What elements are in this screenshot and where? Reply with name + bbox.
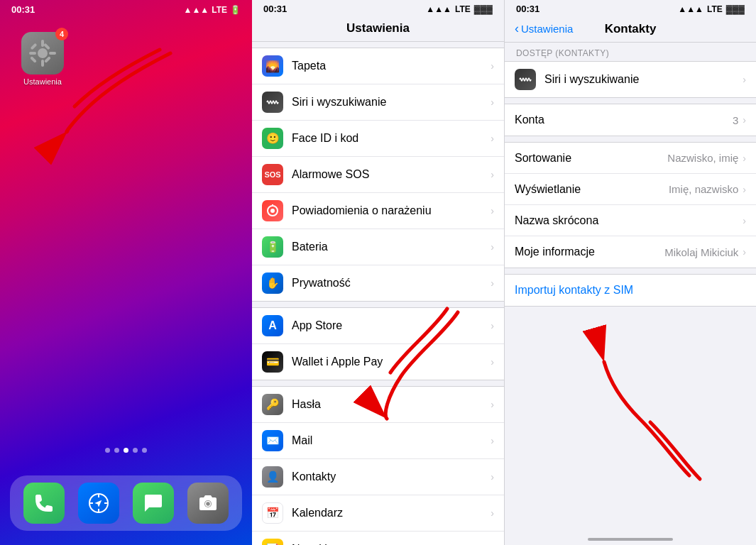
calendar-label: Kalendarz	[292, 507, 491, 519]
passwords-icon: 🔑	[262, 394, 283, 415]
settings-badge: 4	[55, 28, 68, 40]
svg-rect-3	[29, 52, 36, 55]
tapeta-chevron: ›	[491, 60, 494, 72]
passwords-chevron: ›	[491, 399, 494, 410]
settings-row-privacy[interactable]: ✋ Prywatność ›	[252, 265, 504, 301]
svg-rect-5	[31, 43, 38, 50]
notes-icon: 📝	[262, 539, 283, 545]
home-indicator	[588, 538, 673, 541]
settings-row-siri[interactable]: Siri i wyszukiwanie ›	[252, 84, 504, 121]
appstore-label: App Store	[292, 319, 491, 332]
contacts-label: Kontakty	[292, 470, 491, 483]
settings-app-icon[interactable]: 4 Ustawienia	[21, 32, 64, 86]
camera-dock-icon[interactable]	[187, 483, 229, 524]
settings-row-battery[interactable]: 🔋 Bateria ›	[252, 229, 504, 265]
siri-wave-icon	[265, 95, 280, 109]
siri-icon	[262, 92, 283, 113]
battery-label: Bateria	[292, 241, 491, 253]
mail-icon: ✉️	[262, 430, 283, 451]
back-chevron-icon: ‹	[515, 21, 519, 36]
back-label: Ustawienia	[521, 23, 573, 35]
settings-row-tapeta[interactable]: 🌄 Tapeta ›	[252, 48, 504, 84]
settings-gear-svg	[29, 40, 56, 67]
settings-lte: LTE	[455, 4, 471, 14]
safari-dock-icon[interactable]	[78, 483, 119, 524]
back-button[interactable]: ‹ Ustawienia	[515, 21, 573, 36]
faceid-label: Face ID i kod	[292, 132, 491, 145]
settings-row-contacts[interactable]: 👤 Kontakty ›	[252, 459, 504, 495]
privacy-label: Prywatność	[292, 277, 491, 290]
wallet-chevron: ›	[491, 356, 494, 368]
tapeta-label: Tapeta	[292, 60, 491, 72]
wyswietlanie-value: Imię, nazwisko	[669, 183, 738, 195]
faceid-chevron: ›	[491, 133, 494, 144]
settings-nav-header: Ustawienia	[252, 17, 504, 42]
contacts-konta-row[interactable]: Konta 3 ›	[505, 104, 756, 136]
contacts-lte: LTE	[707, 4, 723, 14]
safari-icon	[87, 492, 110, 514]
contacts-panel: 00:31 ▲▲▲ LTE ▓▓▓ ‹ Ustawienia Kontakty …	[504, 0, 756, 545]
settings-row-notes[interactable]: 📝 Notatki ›	[252, 532, 504, 545]
home-status-icons: ▲▲▲ LTE 🔋	[184, 5, 241, 15]
settings-title: Ustawienia	[346, 21, 410, 35]
settings-row-calendar[interactable]: 📅 Kalendarz ›	[252, 495, 504, 532]
battery-icon: 🔋	[262, 236, 283, 258]
page-dots	[0, 448, 252, 453]
contacts-title: Kontakty	[605, 22, 657, 36]
settings-row-sos[interactable]: SOS Alarmowe SOS ›	[252, 157, 504, 193]
contacts-wyswietlanie-row[interactable]: Wyświetlanie Imię, nazwisko ›	[505, 174, 756, 205]
contacts-import-row[interactable]: Importuj kontakty z SIM	[505, 275, 756, 306]
settings-group-3: 🔑 Hasła › ✉️ Mail › 👤 Kontakty › 📅 Kalen…	[252, 386, 504, 545]
moje-info-label: Moje informacje	[515, 246, 664, 258]
contacts-siri-row[interactable]: Siri i wyszukiwanie ›	[505, 62, 756, 97]
wyswietlanie-chevron: ›	[743, 184, 746, 195]
messages-dock-icon[interactable]	[133, 483, 174, 524]
settings-row-faceid[interactable]: 🙂 Face ID i kod ›	[252, 121, 504, 157]
home-time: 00:31	[11, 4, 35, 15]
settings-row-appstore[interactable]: A App Store ›	[252, 308, 504, 344]
battery-chevron: ›	[491, 241, 494, 253]
contacts-icon: 👤	[262, 466, 283, 488]
exposure-svg	[265, 204, 280, 218]
svg-marker-15	[94, 498, 104, 507]
svg-rect-2	[41, 60, 44, 67]
contacts-sortowanie-row[interactable]: Sortowanie Nazwisko, imię ›	[505, 143, 756, 174]
signal-icon: ▲▲▲	[184, 5, 209, 15]
sos-chevron: ›	[491, 169, 494, 180]
contacts-siri-icon	[515, 69, 536, 90]
wallet-label: Wallet i Apple Pay	[292, 356, 491, 368]
sortowanie-label: Sortowanie	[515, 152, 667, 165]
konta-value: 3	[733, 114, 738, 126]
dostep-section-header: DOSTĘP (KONTAKTY)	[505, 43, 756, 61]
home-screen: 00:31 ▲▲▲ LTE 🔋	[0, 0, 252, 545]
siri-label: Siri i wyszukiwanie	[292, 96, 491, 109]
privacy-icon: ✋	[262, 272, 283, 294]
settings-status-icons: ▲▲▲ LTE ▓▓▓	[426, 4, 493, 14]
contacts-time: 00:31	[516, 4, 539, 14]
sortowanie-chevron: ›	[743, 153, 746, 164]
settings-row-mail[interactable]: ✉️ Mail ›	[252, 423, 504, 459]
phone-dock-icon[interactable]	[23, 483, 65, 524]
settings-row-exposure[interactable]: Powiadomienia o narażeniu ›	[252, 193, 504, 229]
skrocona-label: Nazwa skrócona	[515, 214, 743, 227]
settings-row-wallet[interactable]: 💳 Wallet i Apple Pay ›	[252, 344, 504, 380]
settings-signal: ▲▲▲	[426, 4, 451, 14]
svg-point-19	[270, 209, 275, 213]
settings-icon: 4	[21, 32, 64, 75]
contacts-moje-info-row[interactable]: Moje informacje Mikolaj Mikiciuk ›	[505, 236, 756, 268]
camera-icon	[197, 492, 219, 514]
settings-row-passwords[interactable]: 🔑 Hasła ›	[252, 387, 504, 423]
sos-icon: SOS	[262, 164, 283, 185]
privacy-chevron: ›	[491, 277, 494, 289]
wallet-icon: 💳	[262, 351, 283, 373]
settings-group-2: A App Store › 💳 Wallet i Apple Pay ›	[252, 307, 504, 380]
appstore-chevron: ›	[491, 320, 494, 331]
settings-battery: ▓▓▓	[474, 4, 493, 14]
contacts-siri-label: Siri i wyszukiwanie	[544, 73, 743, 86]
mail-label: Mail	[292, 434, 491, 447]
contacts-import-group: Importuj kontakty z SIM	[505, 274, 756, 307]
sortowanie-value: Nazwisko, imię	[667, 152, 738, 164]
battery-icon: 🔋	[230, 5, 241, 15]
svg-point-0	[38, 48, 48, 58]
contacts-skrocona-row[interactable]: Nazwa skrócona ›	[505, 205, 756, 236]
